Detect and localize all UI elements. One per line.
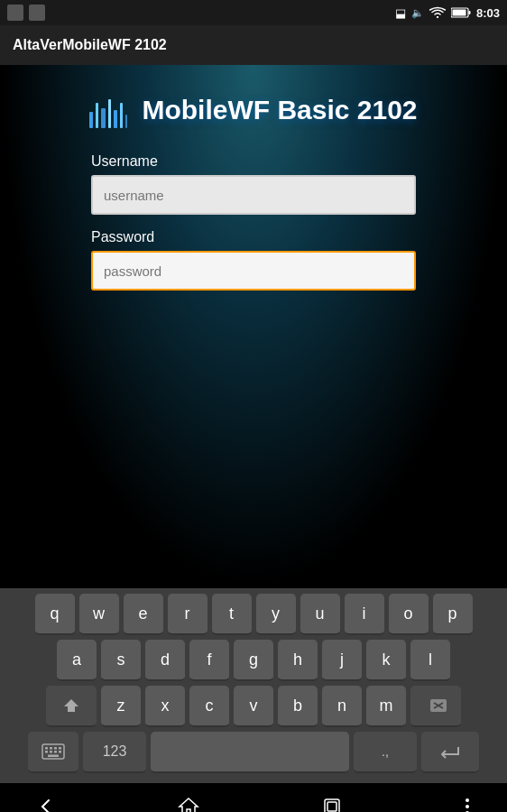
key-b[interactable]: b <box>278 686 318 727</box>
app-title: MobileWF Basic 2102 <box>142 95 417 125</box>
app-logo-area: MobileWF Basic 2102 <box>89 92 417 128</box>
key-period-comma[interactable]: ., <box>354 732 417 773</box>
key-x[interactable]: x <box>145 686 185 727</box>
key-d[interactable]: d <box>145 640 185 681</box>
key-w[interactable]: w <box>79 594 119 635</box>
more-icon <box>464 797 471 812</box>
volume-icon: 🔈 <box>411 7 424 19</box>
svg-point-20 <box>466 798 469 802</box>
key-delete[interactable] <box>410 686 461 727</box>
key-space[interactable] <box>151 732 349 773</box>
key-s[interactable]: s <box>101 640 141 681</box>
key-123[interactable]: 123 <box>83 732 146 773</box>
key-u[interactable]: u <box>300 594 340 635</box>
svg-rect-10 <box>54 747 57 750</box>
battery-icon <box>451 7 471 18</box>
keyboard-row-4: 123 ., <box>4 732 503 773</box>
delete-icon <box>423 697 448 715</box>
keyboard-row-2: a s d f g h j k l <box>4 640 503 681</box>
key-l[interactable]: l <box>410 640 450 681</box>
password-label: Password <box>91 229 416 245</box>
home-button[interactable] <box>178 797 199 812</box>
key-a[interactable]: a <box>57 640 97 681</box>
back-button[interactable] <box>36 797 56 812</box>
title-bar-text: AltaVerMobileWF 2102 <box>13 37 167 53</box>
key-keyboard-toggle[interactable] <box>28 732 78 773</box>
time-display: 8:03 <box>476 6 500 20</box>
svg-rect-8 <box>45 747 48 750</box>
home-icon <box>178 797 199 812</box>
key-m[interactable]: m <box>366 686 406 727</box>
svg-rect-19 <box>327 802 336 811</box>
svg-rect-9 <box>50 747 52 750</box>
svg-rect-1 <box>468 11 470 14</box>
key-c[interactable]: c <box>189 686 229 727</box>
shift-icon <box>62 697 80 714</box>
back-icon <box>36 797 56 812</box>
notification-icon-2 <box>29 5 45 21</box>
status-bar-left <box>7 5 45 21</box>
key-f[interactable]: f <box>189 640 229 681</box>
key-z[interactable]: z <box>101 686 141 727</box>
svg-rect-2 <box>452 10 466 16</box>
status-bar-right: ⬓ 🔈 8:03 <box>395 6 500 20</box>
login-form: Username Password <box>91 153 416 305</box>
bluetooth-icon: ⬓ <box>395 6 406 20</box>
key-i[interactable]: i <box>345 594 384 635</box>
recents-button[interactable] <box>322 797 342 812</box>
key-o[interactable]: o <box>389 594 429 635</box>
svg-rect-15 <box>59 751 61 753</box>
main-content: MobileWF Basic 2102 Username Password <box>0 65 507 588</box>
key-t[interactable]: t <box>212 594 252 635</box>
more-options-button[interactable] <box>464 797 471 812</box>
svg-rect-14 <box>54 751 57 753</box>
key-r[interactable]: r <box>168 594 207 635</box>
username-input[interactable] <box>91 175 416 215</box>
svg-point-21 <box>466 805 469 808</box>
key-h[interactable]: h <box>278 640 318 681</box>
key-y[interactable]: y <box>256 594 296 635</box>
title-bar: AltaVerMobileWF 2102 <box>0 25 507 65</box>
svg-marker-3 <box>64 699 78 712</box>
keyboard-area: q w e r t y u i o p a s d f g h j k l z … <box>0 588 507 783</box>
key-p[interactable]: p <box>433 594 473 635</box>
key-g[interactable]: g <box>234 640 273 681</box>
svg-rect-13 <box>50 751 52 753</box>
barcode-icon <box>89 92 134 128</box>
key-v[interactable]: v <box>234 686 273 727</box>
key-shift[interactable] <box>46 686 97 727</box>
key-enter[interactable] <box>421 732 479 773</box>
password-input[interactable] <box>91 251 416 291</box>
key-q[interactable]: q <box>35 594 75 635</box>
keyboard-row-3: z x c v b n m <box>4 686 503 727</box>
enter-icon <box>438 743 462 761</box>
notification-icon-1 <box>7 5 23 21</box>
wifi-icon <box>429 6 446 19</box>
key-k[interactable]: k <box>366 640 406 681</box>
keyboard-row-1: q w e r t y u i o p <box>4 594 503 635</box>
recents-icon <box>322 797 342 812</box>
svg-rect-12 <box>45 751 48 753</box>
status-bar: ⬓ 🔈 8:03 <box>0 0 507 25</box>
key-j[interactable]: j <box>322 640 362 681</box>
keyboard-icon <box>41 743 65 760</box>
svg-marker-17 <box>180 798 198 812</box>
svg-rect-16 <box>48 755 59 758</box>
key-e[interactable]: e <box>124 594 163 635</box>
key-n[interactable]: n <box>322 686 362 727</box>
svg-rect-11 <box>59 747 61 750</box>
nav-bar <box>0 783 507 812</box>
username-label: Username <box>91 153 416 170</box>
